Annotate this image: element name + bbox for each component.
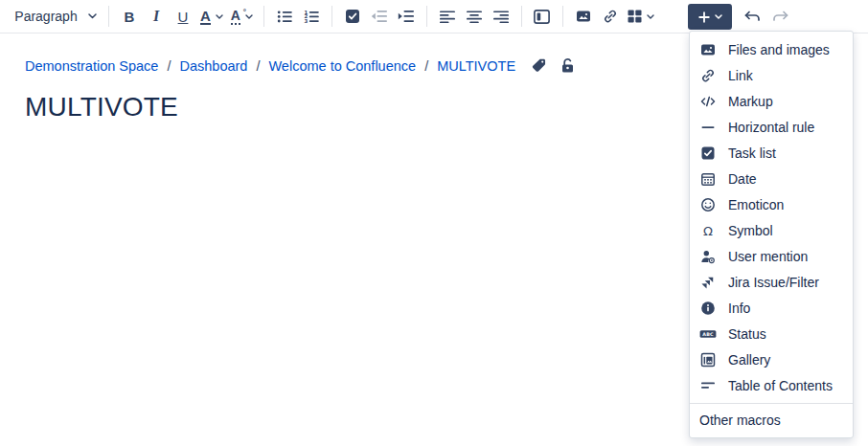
insert-menu: Files and images Link Markup Horizontal … [689,31,854,438]
highlight-color-dropdown[interactable]: A° [227,4,257,29]
toolbar-divider [521,6,522,27]
svg-text:ABC: ABC [702,331,714,336]
files-and-images-icon [699,42,717,57]
table-of-contents-icon [699,378,717,393]
indent-button[interactable] [393,4,420,29]
menu-item-horizontal-rule[interactable]: Horizontal rule [690,114,853,140]
menu-item-other-macros[interactable]: Other macros [690,403,853,437]
status-icon: ABC [699,326,717,342]
undo-button[interactable] [739,4,765,29]
bold-button[interactable]: B [116,4,143,29]
image-icon [576,9,591,24]
page-layout-button[interactable] [529,4,556,29]
menu-item-emoticon[interactable]: Emoticon [690,191,853,217]
redo-icon [772,11,789,23]
insert-link-button[interactable] [597,4,624,29]
menu-item-date[interactable]: Date [690,166,853,191]
jira-icon [699,275,717,290]
outdent-button[interactable] [366,4,393,29]
breadcrumb-link-welcome[interactable]: Welcome to Confluence [268,58,416,74]
menu-item-label: Task list [728,145,776,161]
highlight-color-label: A° [231,9,240,25]
plus-icon [698,11,710,23]
toolbar-divider [331,6,332,27]
toolbar-divider [108,6,109,27]
link-icon [603,9,618,24]
align-center-icon [467,11,482,23]
redo-button[interactable] [767,4,794,29]
svg-text:Ω: Ω [703,223,713,237]
insert-table-dropdown[interactable] [624,4,658,29]
bullet-list-button[interactable] [271,4,298,29]
task-list-icon [699,145,717,161]
menu-item-label: Date [728,171,757,187]
breadcrumb-link-space[interactable]: Demonstration Space [25,58,158,74]
unlock-icon[interactable] [560,57,575,74]
align-left-button[interactable] [434,4,461,29]
numbered-list-button[interactable]: 123 [298,4,325,29]
markup-icon [699,94,717,109]
table-icon [628,10,642,23]
link-icon [699,68,717,83]
indent-icon [398,10,414,23]
toolbar-divider [426,6,427,27]
align-center-button[interactable] [461,4,488,29]
insert-image-button[interactable] [570,4,597,29]
menu-item-label: Files and images [728,42,830,57]
underline-button[interactable]: U [170,4,196,29]
menu-item-label: Other macros [699,413,781,428]
numbered-list-icon: 123 [304,10,319,24]
menu-item-label: Horizontal rule [728,120,814,135]
menu-item-label: Link [728,68,753,83]
menu-item-markup[interactable]: Markup [690,88,853,114]
menu-item-user-mention[interactable]: User mention [690,243,853,269]
layout-icon [534,10,550,24]
menu-item-label: User mention [728,249,808,264]
align-right-icon [493,11,509,23]
user-mention-icon [699,249,717,264]
emoticon-icon [699,197,717,212]
align-right-button[interactable] [488,4,514,29]
menu-item-label: Info [728,301,750,316]
menu-item-jira-issue-filter[interactable]: Jira Issue/Filter [690,269,853,295]
outdent-icon [371,10,387,23]
text-color-dropdown[interactable]: A [196,4,227,29]
undo-icon [743,11,761,23]
menu-item-label: Emoticon [728,197,784,212]
menu-item-gallery[interactable]: Gallery [690,346,853,372]
breadcrumb-link-page[interactable]: MULTIVOTE [437,58,515,74]
text-color-label: A [200,9,211,25]
bold-label: B [125,9,135,25]
paragraph-style-dropdown[interactable]: Paragraph [10,4,102,29]
omega-icon: Ω [699,223,717,238]
menu-item-label: Table of Contents [728,378,833,393]
chevron-down-icon [216,14,223,19]
toolbar-divider [263,6,264,27]
labels-icon[interactable] [531,57,547,74]
menu-item-label: Status [728,326,766,342]
task-list-icon [345,9,360,24]
info-icon [699,301,717,316]
insert-more-content-button[interactable] [688,4,732,30]
menu-item-table-of-contents[interactable]: Table of Contents [690,372,853,398]
underline-label: U [178,9,189,25]
task-list-button[interactable] [339,4,366,29]
menu-item-label: Markup [728,94,773,109]
bullet-list-icon [277,10,292,24]
menu-item-info[interactable]: Info [690,295,853,321]
menu-item-task-list[interactable]: Task list [690,140,853,166]
horizontal-rule-icon [699,120,717,135]
toolbar-divider [562,6,563,27]
menu-item-symbol[interactable]: Ω Symbol [690,217,853,243]
menu-item-link[interactable]: Link [690,62,853,88]
menu-item-label: Symbol [728,223,773,238]
menu-item-status[interactable]: ABC Status [690,321,853,346]
breadcrumb-separator: / [424,58,428,74]
breadcrumb-link-dashboard[interactable]: Dashboard [179,58,247,74]
editor-toolbar: Paragraph B I U A A° 123 [0,0,868,33]
svg-text:3: 3 [304,17,308,23]
italic-button[interactable]: I [143,4,170,29]
chevron-down-icon [647,14,654,19]
menu-item-files-and-images[interactable]: Files and images [690,36,853,62]
breadcrumb-separator: / [256,58,260,74]
